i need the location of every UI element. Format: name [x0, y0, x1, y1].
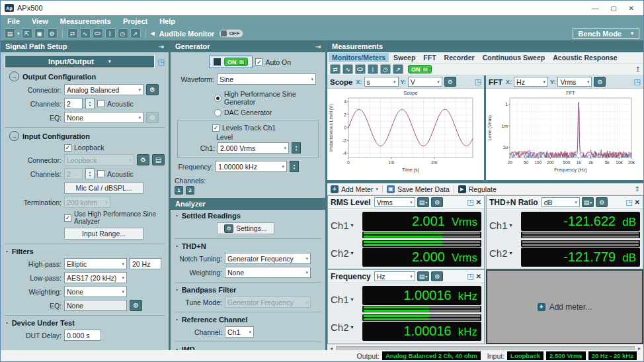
channel-1-button[interactable]: 1	[175, 186, 183, 195]
channel-select[interactable]: Ch1▾	[331, 220, 362, 231]
signal-path-icon[interactable]: ↗	[393, 64, 403, 74]
frequency-unit-select[interactable]: Hz▾	[374, 271, 415, 281]
tab-fft[interactable]: FFT	[420, 53, 439, 62]
output-connector-settings-button[interactable]: ⚙	[146, 84, 159, 95]
menu-help[interactable]: Help	[159, 17, 175, 25]
input-connector-settings-button[interactable]: ⚙	[137, 154, 149, 165]
popout-icon[interactable]: ◳	[467, 198, 473, 206]
open-project-icon[interactable]: ⇱	[22, 28, 32, 38]
minimize-button[interactable]: —	[592, 5, 598, 12]
frequency-stepper[interactable]: ▴▾	[290, 161, 299, 172]
tab-acoustic-response[interactable]: Acoustic Response	[549, 53, 620, 62]
input-range-button[interactable]: Input Range...	[64, 228, 143, 240]
pin-icon[interactable]: ↥	[635, 66, 641, 73]
reference-channel-select[interactable]: Ch1▾	[225, 326, 254, 338]
output-eq-select[interactable]: None▾	[64, 112, 143, 123]
rms-unit-select[interactable]: Vrms▾	[374, 197, 415, 207]
collapse-panel-icon[interactable]: ⇥	[159, 43, 164, 50]
scope-y-unit-select[interactable]: V▾	[408, 77, 442, 87]
channel-select[interactable]: Ch1▾	[489, 220, 521, 231]
tab-continuous-sweep[interactable]: Continuous Sweep	[479, 53, 549, 62]
close-icon[interactable]: ✕	[476, 273, 481, 280]
notch-tuning-select[interactable]: Generator Frequency▾	[225, 253, 311, 264]
loopback-checkbox[interactable]: ✓	[64, 144, 71, 152]
scope-settings-button[interactable]: ⚙	[444, 77, 456, 87]
meter-settings-button[interactable]: ⚙	[431, 271, 443, 281]
waveform-monitor-icon[interactable]: ∿	[80, 28, 91, 38]
channel-select[interactable]: Ch2▾	[331, 322, 362, 333]
tab-recorder[interactable]: Recorder	[441, 53, 478, 62]
maximize-button[interactable]: ▢	[610, 5, 616, 12]
popout-icon[interactable]: ◳	[158, 58, 165, 66]
collapse-panel-icon[interactable]: ⇥	[315, 43, 321, 50]
io-swap-icon[interactable]: ⇄	[330, 64, 341, 74]
meter-settings-button[interactable]: ⚙	[431, 197, 443, 207]
meter-style-button[interactable]: ▤▾	[582, 197, 594, 207]
output-acoustic-checkbox[interactable]: ✓	[97, 100, 104, 107]
menu-view[interactable]: View	[32, 17, 48, 25]
save-project-icon[interactable]: ▣	[34, 28, 45, 38]
clock-icon[interactable]: ◷	[118, 28, 128, 38]
add-meter-button[interactable]: + Add Meter ▾	[331, 185, 378, 193]
popout-icon[interactable]: ◳	[634, 77, 641, 86]
input-acoustic-checkbox[interactable]: ✓	[97, 170, 104, 177]
monitor-on-toggle[interactable]: ON	[408, 65, 432, 73]
dac-generator-radio[interactable]	[214, 109, 221, 116]
connector-icon[interactable]	[93, 28, 103, 38]
save-meter-data-button[interactable]: ▣ Save Meter Data	[387, 185, 450, 193]
filters-eq-input[interactable]: None	[64, 300, 127, 311]
signal-path-icon[interactable]: ↗	[130, 28, 141, 38]
popout-icon[interactable]: ◳	[467, 272, 473, 281]
hps-analyzer-checkbox[interactable]: ✓	[64, 214, 71, 222]
close-icon[interactable]: ✕	[476, 199, 481, 206]
channel-select[interactable]: Ch1▾	[331, 294, 362, 305]
mic-cal-button[interactable]: Mic Cal / dBSPL...	[64, 182, 143, 194]
io-swap-icon[interactable]: ⇄	[67, 28, 78, 38]
fft-settings-button[interactable]: ⚙	[594, 77, 606, 87]
waveform-select[interactable]: Sine▾	[217, 73, 316, 85]
tab-sweep[interactable]: Sweep	[390, 53, 419, 62]
ch1-level-select[interactable]: 2.000 Vrms▾	[218, 142, 289, 154]
menu-file[interactable]: File	[7, 17, 20, 25]
hps-generator-radio[interactable]	[214, 95, 221, 102]
generator-on-toggle[interactable]: ON	[209, 56, 253, 68]
menu-project[interactable]: Project	[123, 17, 147, 25]
close-button[interactable]: ✕	[629, 5, 634, 12]
bluetooth-icon[interactable]: ᛒ	[105, 28, 116, 38]
low-pass-select[interactable]: AES17 (20 kHz)▾	[64, 272, 127, 283]
analyzer-weighting-select[interactable]: None▾	[225, 267, 311, 278]
regulate-button[interactable]: ▶ Regulate	[458, 185, 497, 193]
fft-y-unit-select[interactable]: Vrms▾	[557, 77, 592, 87]
popout-icon[interactable]: ◳	[625, 198, 632, 206]
dut-delay-input[interactable]: 0.000 s	[64, 330, 101, 341]
connector-icon[interactable]	[355, 64, 366, 74]
add-meter-placeholder[interactable]: + Add meter...	[486, 269, 643, 344]
output-channels-input[interactable]: 2	[64, 98, 83, 109]
frequency-select[interactable]: 1.00000 kHz▾	[216, 161, 287, 172]
thdn-unit-select[interactable]: dB▾	[542, 197, 580, 207]
popout-icon[interactable]: ◳	[475, 77, 481, 86]
meter-style-button[interactable]: ▤▾	[417, 197, 430, 207]
fft-x-unit-select[interactable]: Hz▾	[514, 77, 548, 87]
auto-on-checkbox[interactable]: ✓	[255, 58, 262, 66]
settled-settings-button[interactable]: ⚙ Settings...	[217, 222, 274, 234]
channels-stepper[interactable]: ▴▾	[85, 98, 95, 109]
clock-icon[interactable]: ◷	[380, 64, 391, 74]
pin-icon[interactable]: ↥	[635, 185, 640, 193]
channel-2-button[interactable]: 2	[186, 186, 194, 195]
new-project-icon[interactable]: ▤	[5, 28, 15, 38]
signal-path-selector[interactable]: Input/Output ▾	[5, 55, 155, 68]
levels-track-checkbox[interactable]: ✓	[212, 124, 220, 132]
output-connector-select[interactable]: Analog Balanced▾	[64, 84, 143, 95]
meter-style-button[interactable]: ▤▾	[417, 271, 430, 281]
tab-monitors-meters[interactable]: Monitors/Meters	[329, 53, 389, 62]
new-project-caret-icon[interactable]: ▾	[17, 31, 20, 36]
menu-measurements[interactable]: Measurements	[60, 17, 111, 25]
bluetooth-icon[interactable]: ᛒ	[368, 64, 378, 74]
ch1-level-stepper[interactable]: ▴▾	[292, 142, 301, 154]
high-pass-select[interactable]: Elliptic▾	[64, 258, 127, 269]
high-pass-freq-input[interactable]: 20 Hz	[130, 258, 161, 269]
meter-settings-button[interactable]: ⚙	[596, 197, 608, 207]
close-icon[interactable]: ✕	[635, 199, 640, 206]
channel-select[interactable]: Ch2▾	[489, 248, 521, 259]
